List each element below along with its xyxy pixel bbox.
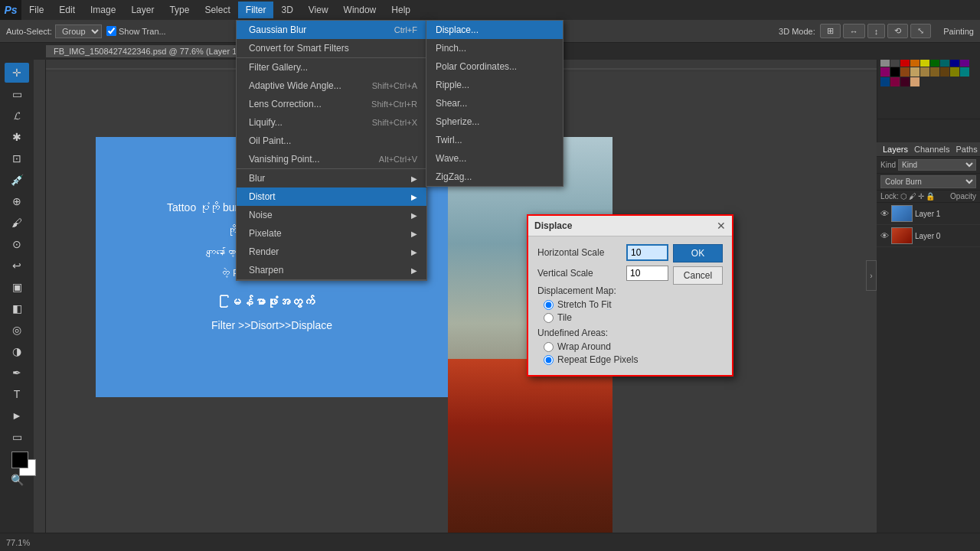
distort-shear[interactable]: Shear... (426, 94, 563, 112)
tile-radio[interactable] (544, 313, 554, 323)
swatch-olive[interactable] (950, 67, 959, 77)
swatch-4-1[interactable] (910, 67, 920, 77)
paths-tab[interactable]: Paths (956, 145, 978, 154)
vanishing-point-label: Vanishing Point... (249, 154, 320, 165)
layers-tab[interactable]: Layers (883, 145, 908, 154)
swatch-black[interactable] (890, 67, 900, 77)
distort-spherize[interactable]: Spherize... (426, 112, 563, 131)
blur-tool[interactable]: ◎ (5, 320, 29, 340)
menu-filter[interactable]: Filter (238, 2, 274, 18)
distort-ripple[interactable]: Ripple... (426, 76, 563, 94)
dodge-tool[interactable]: ◑ (5, 341, 29, 361)
shear-label: Shear... (436, 98, 467, 109)
move-tool[interactable]: ✛ (5, 63, 29, 83)
distort-polar-coordinates[interactable]: Polar Coordinates... (426, 57, 563, 76)
zoom-level: 77.1% (6, 538, 30, 547)
history-tool[interactable]: ↩ (5, 256, 29, 276)
repeat-edge-pixels-radio[interactable] (544, 355, 554, 365)
swatch-teal[interactable] (960, 67, 969, 77)
dialog-ok-button[interactable]: OK (673, 244, 723, 262)
swatch-4-3[interactable] (930, 67, 939, 77)
shape-tool[interactable]: ▭ (5, 427, 29, 447)
distort-zigzag[interactable]: ZigZag... (426, 168, 563, 186)
filter-adaptive-wide[interactable]: Adaptive Wide Angle... Shift+Ctrl+A (237, 77, 426, 95)
filter-sharpen[interactable]: Sharpen ▶ (237, 261, 426, 279)
type-tool[interactable]: T (5, 384, 29, 404)
kind-dropdown[interactable]: Kind (898, 159, 976, 171)
3d-btn-1[interactable]: ⊞ (820, 24, 841, 38)
pen-tool[interactable]: ✒ (5, 363, 29, 383)
clone-tool[interactable]: ⊙ (5, 234, 29, 254)
auto-select-dropdown[interactable]: Group (55, 24, 102, 38)
menu-select[interactable]: Select (197, 2, 237, 18)
lasso-tool[interactable]: 𝓛 (5, 106, 29, 126)
swatch-4-2[interactable] (920, 67, 929, 77)
filter-pixelate[interactable]: Pixelate ▶ (237, 224, 426, 243)
wrap-around-radio[interactable] (544, 342, 554, 352)
menu-file[interactable]: File (21, 2, 51, 18)
layer-item-0[interactable]: 👁 Layer 0 (877, 225, 980, 247)
3d-btn-2[interactable]: ↔ (843, 24, 865, 38)
menu-edit[interactable]: Edit (51, 2, 83, 18)
horizontal-scale-input[interactable] (626, 244, 668, 261)
heal-tool[interactable]: ⊕ (5, 191, 29, 211)
lock-paint-icon[interactable]: 🖌 (909, 192, 916, 201)
filter-blur[interactable]: Blur ▶ (237, 169, 426, 187)
right-panel-collapse[interactable]: › (866, 260, 877, 291)
dialog-close-button[interactable]: ✕ (717, 220, 726, 232)
vertical-scale-input[interactable] (626, 266, 668, 281)
swatch-brown[interactable] (900, 67, 910, 77)
layer-1-visibility-icon[interactable]: 👁 (880, 209, 889, 218)
filter-oil-paint[interactable]: Oil Paint... (237, 132, 426, 150)
lens-correction-label: Lens Correction... (249, 99, 322, 109)
menu-window[interactable]: Window (336, 2, 384, 18)
filter-lens-correction[interactable]: Lens Correction... Shift+Ctrl+R (237, 95, 426, 113)
crop-tool[interactable]: ⊡ (5, 148, 29, 168)
filter-noise[interactable]: Noise ▶ (237, 206, 426, 224)
filter-render[interactable]: Render ▶ (237, 243, 426, 261)
selection-tool[interactable]: ▭ (5, 84, 29, 104)
swatch-4-4[interactable] (940, 67, 949, 77)
filter-vanishing-point[interactable]: Vanishing Point... Alt+Ctrl+V (237, 150, 426, 168)
channels-tab[interactable]: Channels (914, 145, 949, 154)
distort-displace[interactable]: Displace... (426, 21, 563, 39)
gradient-tool[interactable]: ◧ (5, 298, 29, 318)
quick-select-tool[interactable]: ✱ (5, 127, 29, 147)
3d-btn-5[interactable]: ⤡ (910, 24, 931, 38)
menu-image[interactable]: Image (83, 2, 123, 18)
3d-btn-3[interactable]: ↕ (867, 24, 886, 38)
filter-gaussian-blur[interactable]: Gaussian Blur Ctrl+F (237, 21, 426, 39)
distort-twirl[interactable]: Twirl... (426, 131, 563, 149)
filter-distort[interactable]: Distort ▶ (237, 187, 426, 206)
filter-gallery[interactable]: Filter Gallery... (237, 58, 426, 77)
brush-tool[interactable]: 🖌 (5, 213, 29, 233)
swatch-4-9[interactable] (900, 77, 910, 86)
distort-pinch[interactable]: Pinch... (426, 39, 563, 57)
filter-convert-smart[interactable]: Convert for Smart Filters (237, 39, 426, 57)
eraser-tool[interactable]: ▣ (5, 277, 29, 297)
menu-layer[interactable]: Layer (123, 2, 162, 18)
show-transform-checkbox[interactable] (106, 26, 116, 36)
foreground-color-box[interactable] (11, 452, 28, 468)
lock-transparent-icon[interactable]: ⬡ (900, 192, 907, 201)
swatch-4-8[interactable] (890, 77, 900, 86)
swatch-4-10[interactable] (910, 77, 920, 86)
path-tool[interactable]: ► (5, 406, 29, 425)
menu-type[interactable]: Type (162, 2, 197, 18)
filter-liquify[interactable]: Liquify... Shift+Ctrl+X (237, 113, 426, 132)
3d-btn-4[interactable]: ⟲ (887, 24, 908, 38)
layer-0-visibility-icon[interactable]: 👁 (880, 231, 889, 240)
menu-view[interactable]: View (301, 2, 336, 18)
stretch-to-fit-radio[interactable] (544, 300, 554, 310)
dialog-cancel-button[interactable]: Cancel (673, 266, 723, 285)
eyedropper-tool[interactable]: 💉 (5, 170, 29, 190)
swatch-3-8[interactable] (880, 67, 890, 77)
layer-item-1[interactable]: 👁 Layer 1 (877, 203, 980, 225)
menu-help[interactable]: Help (384, 2, 418, 18)
lock-all-icon[interactable]: 🔒 (926, 192, 935, 201)
menu-3d[interactable]: 3D (273, 2, 300, 18)
lock-move-icon[interactable]: ✛ (918, 192, 924, 201)
blend-mode-dropdown[interactable]: Color Burn Normal Multiply Screen (880, 175, 976, 188)
distort-wave[interactable]: Wave... (426, 149, 563, 168)
swatch-4-7[interactable] (880, 77, 890, 86)
